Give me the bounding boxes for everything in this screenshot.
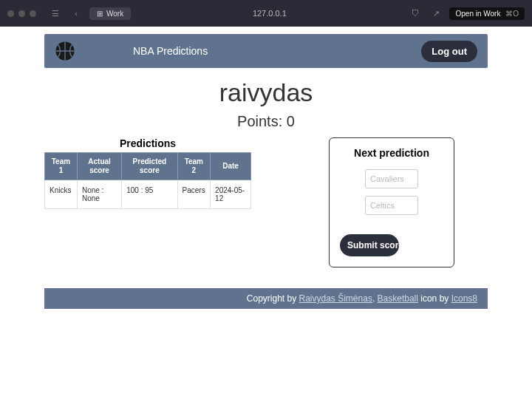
col-team2: Team 2 <box>177 153 211 180</box>
tab-label: Work <box>106 10 123 18</box>
col-predicted: Predicted score <box>122 153 177 180</box>
cell-team1: Knicks <box>45 180 78 209</box>
dot <box>7 10 14 17</box>
next-prediction-panel: Next prediction Submit scores <box>329 137 454 267</box>
sidebar-toggle-icon[interactable]: ☰ <box>48 6 63 21</box>
basketball-icon <box>55 41 75 61</box>
open-in-work-button[interactable]: Open in Work ⌘O <box>449 7 525 20</box>
next-prediction-title: Next prediction <box>340 147 443 159</box>
browser-chrome: ☰ ‹ ⊞ Work 127.0.0.1 ⛉ ↗ Open in Work ⌘O <box>0 0 532 27</box>
footer-basketball-link[interactable]: Basketball <box>378 293 418 304</box>
team2-input[interactable] <box>365 196 418 215</box>
col-actual: Actual score <box>77 153 121 180</box>
cell-predicted: 100 : 95 <box>122 180 177 209</box>
brand-title: NBA Predictions <box>133 45 208 57</box>
footer-icons8-link[interactable]: Icons8 <box>451 293 477 304</box>
col-team1: Team 1 <box>45 153 78 180</box>
predictions-title: Predictions <box>44 137 251 149</box>
cell-team2: Pacers <box>177 180 211 209</box>
predictions-table: Team 1 Actual score Predicted score Team… <box>44 152 251 209</box>
back-icon[interactable]: ‹ <box>69 6 83 21</box>
address-bar[interactable]: 127.0.0.1 <box>137 9 402 18</box>
table-row: Knicks None : None 100 : 95 Pacers 2024-… <box>45 180 251 209</box>
team1-input[interactable] <box>365 169 418 188</box>
cell-actual: None : None <box>77 180 121 209</box>
viewport: NBA Predictions Log out raivydas Points:… <box>0 27 532 399</box>
submit-scores-button[interactable]: Submit scores <box>340 234 399 256</box>
cell-date: 2024-05-12 <box>211 180 251 209</box>
username-heading: raivydas <box>44 78 488 107</box>
footer-icon-by: icon by <box>420 293 451 304</box>
shortcut-hint: ⌘O <box>505 10 519 18</box>
browser-tab[interactable]: ⊞ Work <box>89 7 131 20</box>
footer-author-link[interactable]: Raivydas Šimėnas <box>299 293 372 304</box>
points-label: Points: 0 <box>44 113 488 130</box>
window-dots <box>7 10 36 17</box>
app-header: NBA Predictions Log out <box>44 34 488 68</box>
logout-button[interactable]: Log out <box>421 41 477 62</box>
grid-icon: ⊞ <box>97 10 103 18</box>
dot <box>30 10 36 17</box>
shield-icon[interactable]: ⛉ <box>408 6 423 21</box>
share-icon[interactable]: ↗ <box>429 6 443 21</box>
dot <box>18 10 25 17</box>
col-date: Date <box>211 153 251 180</box>
footer: Copyright by Raivydas Šimėnas, Basketbal… <box>44 288 488 309</box>
footer-prefix: Copyright by <box>247 293 299 304</box>
